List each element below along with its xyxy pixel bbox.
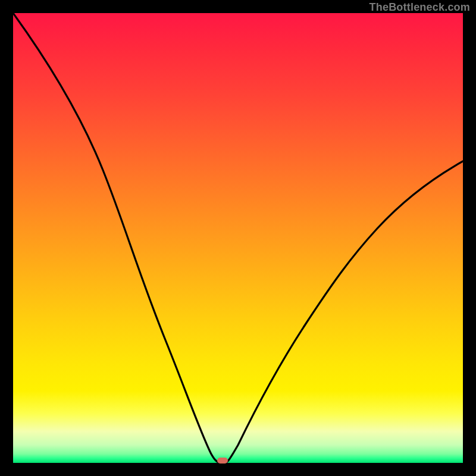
- optimal-marker: [217, 458, 228, 464]
- watermark-text: TheBottleneck.com: [369, 1, 470, 14]
- bottleneck-chart: TheBottleneck.com: [0, 0, 476, 476]
- plot-gradient-background: [13, 13, 463, 463]
